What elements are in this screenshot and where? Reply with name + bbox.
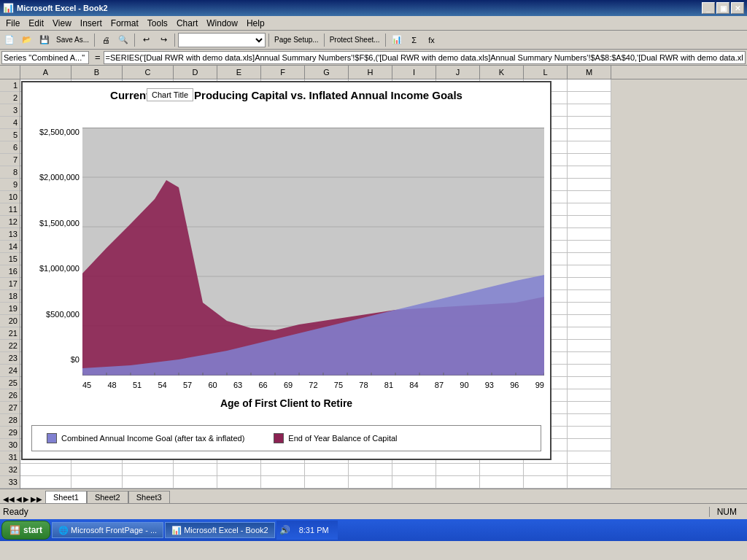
cell-M6[interactable] bbox=[568, 141, 611, 154]
cell-M17[interactable] bbox=[568, 278, 611, 290]
menu-insert[interactable]: Insert bbox=[76, 18, 107, 29]
row-5[interactable]: 5 bbox=[0, 129, 20, 141]
menu-format[interactable]: Format bbox=[107, 18, 143, 29]
chart-area[interactable]: Current Income Producing Capital vs. Inf… bbox=[21, 81, 551, 460]
taskbar-excel[interactable]: 📊 Microsoft Excel - Book2 bbox=[165, 522, 275, 538]
cell-C33[interactable] bbox=[123, 476, 174, 489]
col-header-H[interactable]: H bbox=[349, 66, 392, 79]
row-10[interactable]: 10 bbox=[0, 191, 20, 203]
col-header-F[interactable]: F bbox=[261, 66, 305, 79]
row-7[interactable]: 7 bbox=[0, 154, 20, 166]
undo-button[interactable]: ↩ bbox=[138, 32, 154, 48]
cell-M22[interactable] bbox=[568, 340, 611, 352]
menu-chart[interactable]: Chart bbox=[172, 18, 202, 29]
col-header-B[interactable]: B bbox=[71, 66, 123, 79]
col-header-J[interactable]: J bbox=[436, 66, 480, 79]
cell-D32[interactable] bbox=[174, 464, 217, 476]
menu-window[interactable]: Window bbox=[202, 18, 242, 29]
row-30[interactable]: 30 bbox=[0, 439, 20, 451]
menu-tools[interactable]: Tools bbox=[143, 18, 172, 29]
restore-button[interactable]: ▣ bbox=[716, 2, 729, 14]
cell-M1[interactable] bbox=[568, 79, 611, 92]
cell-M20[interactable] bbox=[568, 315, 611, 327]
row-18[interactable]: 18 bbox=[0, 290, 20, 303]
tab-last-button[interactable]: ▶▶ bbox=[31, 495, 42, 503]
save-as-button[interactable]: Save As... bbox=[54, 32, 91, 48]
cell-J32[interactable] bbox=[436, 464, 480, 476]
cell-H32[interactable] bbox=[349, 464, 392, 476]
function-button[interactable]: fx bbox=[424, 32, 440, 48]
cell-M31[interactable] bbox=[568, 451, 611, 464]
sum-button[interactable]: Σ bbox=[406, 32, 422, 48]
col-header-E[interactable]: E bbox=[217, 66, 261, 79]
cell-M19[interactable] bbox=[568, 303, 611, 315]
minimize-button[interactable]: _ bbox=[702, 2, 715, 14]
row-14[interactable]: 14 bbox=[0, 241, 20, 253]
cell-M15[interactable] bbox=[568, 253, 611, 265]
row-11[interactable]: 11 bbox=[0, 203, 20, 216]
cell-M24[interactable] bbox=[568, 365, 611, 377]
sheet-tab-3[interactable]: Sheet3 bbox=[128, 491, 170, 503]
cell-M3[interactable] bbox=[568, 104, 611, 117]
cell-M5[interactable] bbox=[568, 129, 611, 141]
row-15[interactable]: 15 bbox=[0, 253, 20, 265]
row-13[interactable]: 13 bbox=[0, 228, 20, 241]
chart-title-label[interactable]: Chart Title bbox=[147, 88, 193, 101]
col-header-G[interactable]: G bbox=[305, 66, 349, 79]
col-header-I[interactable]: I bbox=[392, 66, 436, 79]
row-20[interactable]: 20 bbox=[0, 315, 20, 327]
row-1[interactable]: 1 bbox=[0, 79, 20, 92]
sheet-tab-2[interactable]: Sheet2 bbox=[87, 491, 128, 503]
sheet-tab-1[interactable]: Sheet1 bbox=[45, 491, 87, 503]
save-button[interactable]: 💾 bbox=[36, 32, 53, 48]
col-header-L[interactable]: L bbox=[524, 66, 568, 79]
name-box[interactable] bbox=[1, 51, 89, 64]
row-8[interactable]: 8 bbox=[0, 166, 20, 179]
cell-G33[interactable] bbox=[305, 476, 349, 489]
cell-B33[interactable] bbox=[71, 476, 123, 489]
cell-M9[interactable] bbox=[568, 179, 611, 191]
open-button[interactable]: 📂 bbox=[19, 32, 35, 48]
cell-G32[interactable] bbox=[305, 464, 349, 476]
cell-C32[interactable] bbox=[123, 464, 174, 476]
cell-M7[interactable] bbox=[568, 154, 611, 166]
menu-edit[interactable]: Edit bbox=[24, 18, 48, 29]
row-25[interactable]: 25 bbox=[0, 377, 20, 389]
menu-view[interactable]: View bbox=[48, 18, 76, 29]
cell-K33[interactable] bbox=[480, 476, 524, 489]
row-21[interactable]: 21 bbox=[0, 327, 20, 340]
row-27[interactable]: 27 bbox=[0, 402, 20, 414]
row-17[interactable]: 17 bbox=[0, 278, 20, 290]
cell-K32[interactable] bbox=[480, 464, 524, 476]
cell-M32[interactable] bbox=[568, 464, 611, 476]
cell-M14[interactable] bbox=[568, 241, 611, 253]
page-setup-button[interactable]: Page Setup... bbox=[272, 32, 321, 48]
cell-B32[interactable] bbox=[71, 464, 123, 476]
cell-M33[interactable] bbox=[568, 476, 611, 489]
cell-F32[interactable] bbox=[261, 464, 305, 476]
taskbar-frontpage[interactable]: 🌐 Microsoft FrontPage - ... bbox=[52, 522, 163, 538]
row-22[interactable]: 22 bbox=[0, 340, 20, 352]
formula-input[interactable] bbox=[104, 51, 746, 64]
menu-help[interactable]: Help bbox=[242, 18, 269, 29]
col-header-A[interactable]: A bbox=[20, 66, 71, 79]
cell-M2[interactable] bbox=[568, 92, 611, 104]
row-31[interactable]: 31 bbox=[0, 451, 20, 464]
cell-M12[interactable] bbox=[568, 216, 611, 228]
row-12[interactable]: 12 bbox=[0, 216, 20, 228]
cell-J33[interactable] bbox=[436, 476, 480, 489]
row-3[interactable]: 3 bbox=[0, 104, 20, 117]
row-33[interactable]: 33 bbox=[0, 476, 20, 489]
close-button[interactable]: ✕ bbox=[731, 2, 744, 14]
cell-M8[interactable] bbox=[568, 166, 611, 179]
menu-file[interactable]: File bbox=[1, 18, 24, 29]
col-header-C[interactable]: C bbox=[123, 66, 174, 79]
tab-next-button[interactable]: ▶ bbox=[23, 495, 29, 503]
row-28[interactable]: 28 bbox=[0, 414, 20, 427]
cell-I33[interactable] bbox=[392, 476, 436, 489]
row-2[interactable]: 2 bbox=[0, 92, 20, 104]
col-header-M[interactable]: M bbox=[568, 66, 611, 79]
cell-M30[interactable] bbox=[568, 439, 611, 451]
row-16[interactable]: 16 bbox=[0, 265, 20, 278]
tab-prev-button[interactable]: ◀ bbox=[16, 495, 22, 503]
